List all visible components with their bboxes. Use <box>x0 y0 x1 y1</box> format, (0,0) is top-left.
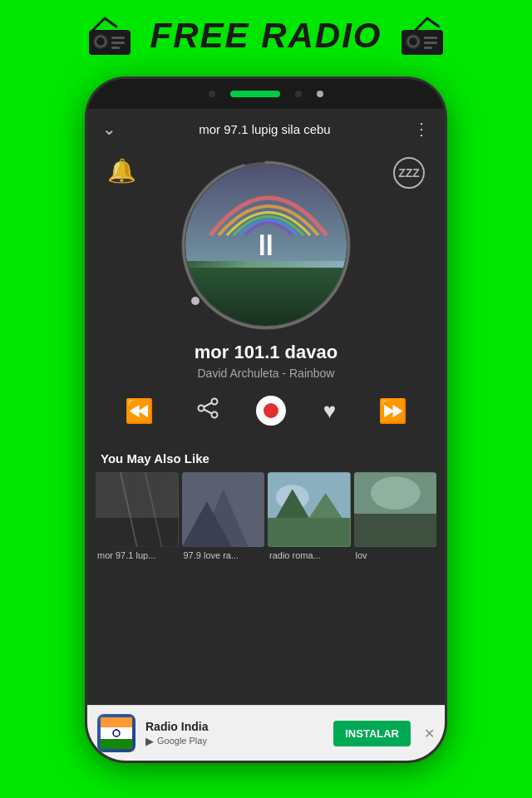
suggestion-thumb-3 <box>268 472 351 547</box>
svg-line-20 <box>204 403 212 407</box>
svg-line-6 <box>93 18 105 30</box>
bell-icon[interactable]: 🔔 <box>107 157 136 189</box>
rewind-button[interactable]: ⏪ <box>120 392 159 430</box>
back-button[interactable]: ⌄ <box>102 119 116 139</box>
svg-line-7 <box>105 18 116 27</box>
thumb-4-art <box>354 472 437 547</box>
thumb-1-art <box>96 472 179 547</box>
svg-rect-12 <box>424 42 437 44</box>
progress-dot <box>191 297 200 305</box>
station-name: mor 101.1 davao <box>195 342 337 363</box>
svg-point-19 <box>211 412 217 418</box>
suggestion-card-3[interactable]: radio roma... <box>268 472 351 560</box>
radio-icon-right <box>397 15 447 57</box>
suggestions-row: mor 97.1 lup... 97.9 love ra... <box>87 472 445 569</box>
record-button[interactable] <box>256 396 286 426</box>
svg-rect-5 <box>111 47 120 49</box>
svg-point-36 <box>370 476 420 510</box>
suggestion-title-1: mor 97.1 lup... <box>96 547 179 560</box>
radio-icon-left <box>85 15 135 57</box>
phone-shell: ⌄ mor 97.1 lupig sila cebu ⋮ 🔔 ZZZ <box>87 79 445 761</box>
svg-rect-23 <box>96 518 179 547</box>
ad-banner: Radio India ▶ Google Play INSTALAR ✕ <box>87 705 445 761</box>
forward-button[interactable]: ⏩ <box>373 392 412 430</box>
svg-rect-11 <box>424 37 437 39</box>
suggestions-label: You May Also Like <box>87 443 445 472</box>
svg-point-2 <box>96 37 106 47</box>
dot-far-right <box>317 91 323 97</box>
ad-title: Radio India <box>145 720 323 733</box>
svg-rect-40 <box>101 727 132 739</box>
ad-subtitle: ▶ Google Play <box>145 735 323 747</box>
ad-text-block: Radio India ▶ Google Play <box>145 720 323 747</box>
svg-rect-35 <box>354 514 437 547</box>
favorite-button[interactable]: ♥ <box>318 393 341 429</box>
suggestion-thumb-2 <box>182 472 265 547</box>
svg-rect-13 <box>424 47 432 49</box>
share-button[interactable] <box>191 392 224 430</box>
suggestion-title-3: radio roma... <box>268 547 351 560</box>
zzz-icon[interactable]: ZZZ <box>393 157 425 189</box>
circle-player[interactable]: ⏸ <box>183 162 349 328</box>
svg-rect-41 <box>101 739 132 749</box>
thumb-2-art <box>182 472 265 547</box>
svg-line-21 <box>204 410 212 414</box>
dot-center <box>230 91 280 97</box>
svg-point-10 <box>408 37 418 47</box>
thumb-3-art <box>268 472 351 547</box>
dot-right <box>295 91 302 97</box>
radio-india-icon <box>101 717 132 749</box>
suggestion-card-4[interactable]: lov <box>354 472 437 560</box>
suggestion-title-2: 97.9 love ra... <box>182 547 265 560</box>
ad-icon <box>97 714 135 752</box>
song-info: David Archuleta - Rainbow <box>198 367 335 380</box>
app-topbar: ⌄ mor 97.1 lupig sila cebu ⋮ <box>87 109 445 149</box>
header: FREE RADIO <box>0 0 532 65</box>
svg-rect-39 <box>101 717 132 728</box>
ad-close-button[interactable]: ✕ <box>424 726 435 741</box>
phone-screen: ⌄ mor 97.1 lupig sila cebu ⋮ 🔔 ZZZ <box>87 109 445 761</box>
ad-install-button[interactable]: INSTALAR <box>333 721 411 746</box>
player-area: 🔔 ZZZ <box>87 149 445 392</box>
svg-point-18 <box>198 406 204 411</box>
dot-left <box>209 91 215 97</box>
suggestion-card-1[interactable]: mor 97.1 lup... <box>96 472 179 560</box>
pause-button[interactable]: ⏸ <box>251 228 281 263</box>
menu-button[interactable]: ⋮ <box>413 119 430 139</box>
svg-rect-31 <box>268 518 351 547</box>
phone-top-bar <box>87 79 445 109</box>
svg-line-14 <box>416 18 427 30</box>
topbar-station-title: mor 97.1 lupig sila cebu <box>116 122 413 136</box>
playback-controls: ⏪ ♥ ⏩ <box>87 392 445 443</box>
ad-subtitle-text: Google Play <box>157 736 207 746</box>
suggestion-thumb-1 <box>96 472 179 547</box>
suggestion-title-4: lov <box>354 547 437 560</box>
svg-rect-4 <box>111 42 125 44</box>
share-icon <box>196 397 219 420</box>
svg-line-15 <box>427 18 439 27</box>
svg-point-17 <box>211 399 217 405</box>
suggestion-thumb-4 <box>354 472 437 547</box>
record-inner <box>264 403 278 418</box>
suggestion-card-2[interactable]: 97.9 love ra... <box>182 472 265 560</box>
svg-rect-3 <box>111 37 125 39</box>
header-title: FREE RADIO <box>150 16 382 56</box>
play-store-icon: ▶ <box>145 735 154 747</box>
